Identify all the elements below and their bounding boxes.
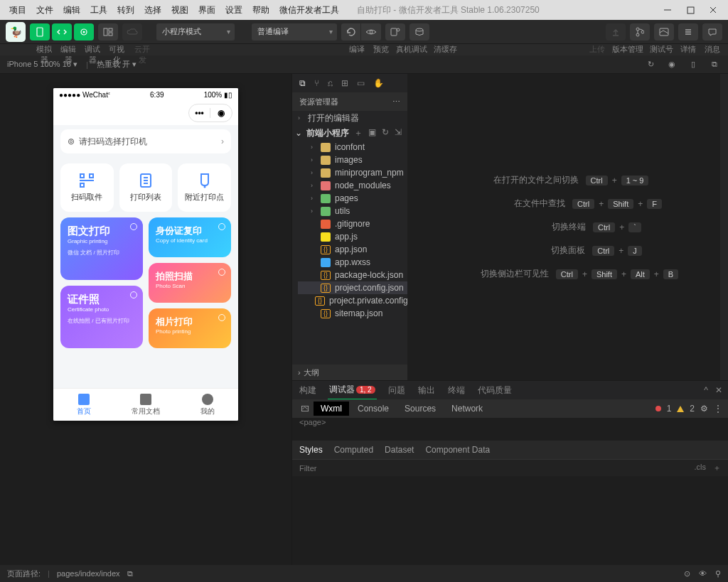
tab-home[interactable]: 首页 (53, 389, 115, 421)
tree-item-iconfont[interactable]: ›iconfont (298, 141, 407, 153)
capsule-button[interactable]: •••◉ (188, 104, 232, 122)
record-icon[interactable]: ◉ (665, 58, 678, 71)
inspect-icon[interactable]: ⮹ (298, 404, 312, 414)
tree-item-app-js[interactable]: app.js (298, 230, 407, 243)
feature-print-list[interactable]: 打印列表 (119, 163, 173, 212)
menu-settings[interactable]: 设置 (220, 1, 247, 19)
card-id-copy[interactable]: 身份证复印 Copy of identity card (149, 217, 231, 257)
popout-icon[interactable]: ⧉ (708, 58, 721, 71)
tree-item-sitemap-json[interactable]: sitemap.json (298, 307, 407, 320)
styles-tab-component[interactable]: Component Data (425, 442, 490, 458)
menu-file[interactable]: 文件 (31, 1, 58, 19)
close-button[interactable] (702, 1, 724, 18)
styles-tab-computed[interactable]: Computed (334, 442, 373, 458)
feature-scan-pickup[interactable]: 扫码取件 (60, 163, 114, 212)
add-style-icon[interactable]: ＋ (713, 463, 721, 473)
refresh-tree-icon[interactable]: ↻ (382, 127, 389, 139)
wxml-root[interactable]: <page> (292, 418, 728, 426)
more-icon[interactable]: ⋯ (392, 97, 400, 107)
kebab-icon[interactable]: ⋮ (714, 404, 722, 414)
outline-section[interactable]: ›大纲 (292, 365, 407, 380)
sb-icon-3[interactable]: ⚲ (715, 569, 721, 578)
mode-select[interactable]: 小程序模式 (156, 23, 235, 41)
ext-icon[interactable]: ▭ (357, 78, 365, 88)
capsule-more-icon[interactable]: ••• (189, 108, 210, 118)
subtab-console[interactable]: Console (350, 402, 396, 416)
tree-item-app-wxss[interactable]: app.wxss (298, 256, 407, 269)
refresh-icon[interactable]: ↻ (644, 58, 657, 71)
tree-item-miniprogram-npm[interactable]: ›miniprogram_npm (298, 166, 407, 179)
menu-tool[interactable]: 工具 (85, 1, 112, 19)
panel-up-icon[interactable]: ^ (704, 385, 708, 395)
visualize-button[interactable] (98, 23, 118, 41)
clear-cache-button[interactable] (410, 23, 429, 41)
card-photo-print[interactable]: 相片打印 Photo printing (149, 308, 231, 348)
tree-item-images[interactable]: ›images (298, 153, 407, 166)
menu-view[interactable]: 视图 (166, 1, 193, 19)
new-file-icon[interactable]: ＋ (354, 127, 363, 139)
subtab-network[interactable]: Network (444, 402, 490, 416)
tab-terminal[interactable]: 终端 (446, 382, 466, 399)
sb-icon-1[interactable]: ⊙ (684, 569, 690, 578)
remote-debug-button[interactable] (385, 23, 405, 41)
gear-icon[interactable]: ⚙ (700, 404, 708, 414)
details-button[interactable] (678, 23, 698, 41)
test-account-button[interactable] (654, 23, 674, 41)
tree-item-app-json[interactable]: app.json (298, 243, 407, 256)
debugger-toggle[interactable] (74, 23, 94, 41)
menu-project[interactable]: 项目 (4, 1, 31, 19)
scm-icon[interactable]: ⎌ (328, 78, 333, 88)
card-graphic-print[interactable]: 图文打印 Graphic printing 微信 文档 / 照片打印 (60, 217, 143, 280)
editor-toggle[interactable] (52, 23, 72, 41)
version-button[interactable] (630, 23, 650, 41)
menu-help[interactable]: 帮助 (247, 1, 274, 19)
tree-item-package-lock-json[interactable]: package-lock.json (298, 269, 407, 281)
minimize-button[interactable] (657, 1, 678, 18)
panel-close-icon[interactable]: ✕ (715, 385, 722, 395)
compile-button[interactable] (341, 23, 361, 41)
simulator-toggle[interactable] (30, 23, 50, 41)
debug-icon[interactable]: ⊞ (341, 78, 348, 88)
tab-build[interactable]: 构建 (298, 382, 318, 399)
card-certificate-photo[interactable]: 证件照 Certificate photo 在线拍照 / 已有照片打印 (60, 286, 143, 348)
copy-path-icon[interactable]: ⧉ (127, 569, 133, 578)
tab-output[interactable]: 输出 (417, 382, 437, 399)
upload-button[interactable] (606, 23, 626, 41)
page-path[interactable]: pages/index/index (57, 569, 120, 578)
menu-goto[interactable]: 转到 (112, 1, 139, 19)
scan-printer-row[interactable]: ⊚ 请扫码选择打印机 › (60, 129, 231, 153)
explorer-icon[interactable]: ⧉ (299, 78, 306, 88)
styles-tab-styles[interactable]: Styles (299, 442, 323, 458)
menu-edit[interactable]: 编辑 (58, 1, 85, 19)
filter-input[interactable]: Filter (299, 464, 316, 473)
cloud-dev-button[interactable] (122, 23, 142, 41)
new-folder-icon[interactable]: ▣ (368, 127, 376, 139)
open-editors-section[interactable]: ›打开的编辑器 (292, 111, 407, 125)
subtab-wxml[interactable]: Wxml (314, 402, 349, 416)
hand-icon[interactable]: ✋ (373, 78, 384, 88)
tree-item-project-private-config-js---[interactable]: project.private.config.js... (298, 294, 407, 307)
subtab-sources[interactable]: Sources (397, 402, 443, 416)
tab-docs[interactable]: 常用文档 (115, 389, 177, 421)
project-header[interactable]: ⌄ 前端小程序 ＋ ▣ ↻ ⇲ (292, 125, 407, 141)
tree-item-utils[interactable]: ›utils (298, 205, 407, 217)
feature-nearby[interactable]: 附近打印点 (178, 163, 231, 212)
tree-item-pages[interactable]: ›pages (298, 192, 407, 205)
messages-button[interactable] (702, 23, 722, 41)
tab-code-quality[interactable]: 代码质量 (476, 382, 513, 399)
tree-item-node-modules[interactable]: ›node_modules (298, 179, 407, 192)
tree-item-project-config-json[interactable]: project.config.json (298, 281, 407, 294)
search-side-icon[interactable]: ⑂ (314, 78, 319, 88)
sb-icon-2[interactable]: 👁 (699, 569, 707, 578)
preview-button[interactable] (361, 23, 381, 41)
cls-toggle[interactable]: .cls (695, 463, 707, 473)
collapse-icon[interactable]: ⇲ (395, 127, 402, 139)
tab-debugger[interactable]: 调试器1, 2 (328, 381, 377, 400)
tree-item--gitignore[interactable]: .gitignore (298, 217, 407, 230)
phone-icon[interactable]: ▯ (687, 58, 700, 71)
compile-select[interactable]: 普通编译 (252, 23, 337, 41)
tab-mine[interactable]: 我的 (176, 389, 238, 421)
capsule-close-icon[interactable]: ◉ (210, 108, 232, 118)
menu-select[interactable]: 选择 (139, 1, 166, 19)
device-select[interactable]: iPhone 5 100% 16 ▾ (7, 60, 77, 69)
